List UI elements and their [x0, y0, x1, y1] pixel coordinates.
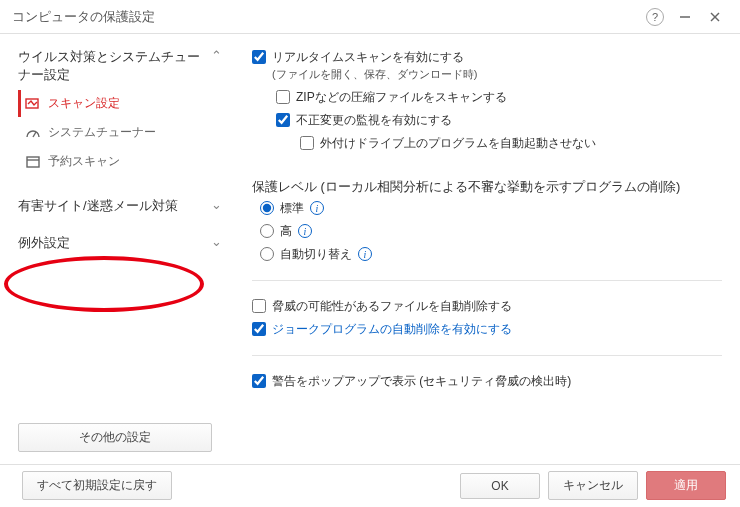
info-icon[interactable]: i [298, 224, 312, 238]
checkbox-label: 脅威の可能性があるファイルを自動削除する [272, 298, 512, 315]
chevron-down-icon: ⌄ [211, 234, 222, 249]
cancel-button[interactable]: キャンセル [548, 471, 638, 500]
ok-button[interactable]: OK [460, 473, 540, 499]
help-button[interactable]: ? [642, 4, 668, 30]
checkbox-realtime-scan[interactable]: リアルタイムスキャンを有効にする [252, 46, 722, 69]
scan-icon [24, 96, 42, 112]
sidebar-group-label: 有害サイト/迷惑メール対策 [18, 197, 205, 215]
close-button[interactable] [702, 4, 728, 30]
reset-defaults-button[interactable]: すべて初期設定に戻す [22, 471, 172, 500]
chevron-up-icon: ⌃ [211, 48, 222, 63]
info-icon[interactable]: i [358, 247, 372, 261]
gauge-icon [24, 125, 42, 141]
sidebar-item-label: システムチューナー [48, 124, 156, 141]
annotation-circle [4, 256, 204, 312]
checkbox-label: 外付けドライブ上のプログラムを自動起動させない [320, 135, 596, 152]
radio-label: 自動切り替え [280, 246, 352, 263]
checkbox-zip-scan[interactable]: ZIPなどの圧縮ファイルをスキャンする [252, 86, 722, 109]
radio-label: 標準 [280, 200, 304, 217]
svg-rect-5 [27, 157, 39, 167]
sidebar-group-virus[interactable]: ウイルス対策とシステムチューナー設定 ⌃ [18, 44, 222, 88]
checkbox-label: ジョークプログラムの自動削除を有効にする [272, 321, 512, 338]
minimize-button[interactable] [672, 4, 698, 30]
window-title: コンピュータの保護設定 [12, 8, 638, 26]
svg-line-4 [33, 132, 36, 137]
checkbox-auto-delete-threat[interactable]: 脅威の可能性があるファイルを自動削除する [252, 295, 722, 318]
radio-level-standard[interactable]: 標準 i [252, 197, 722, 220]
sidebar-group-label: ウイルス対策とシステムチューナー設定 [18, 48, 205, 84]
checkbox-label: リアルタイムスキャンを有効にする [272, 49, 464, 66]
checkbox-popup-warning[interactable]: 警告をポップアップで表示 (セキュリティ脅威の検出時) [252, 370, 722, 393]
apply-button[interactable]: 適用 [646, 471, 726, 500]
info-icon[interactable]: i [310, 201, 324, 215]
checkbox-label: 不正変更の監視を有効にする [296, 112, 452, 129]
radio-level-high[interactable]: 高 i [252, 220, 722, 243]
sidebar-item-scheduled-scan[interactable]: 予約スキャン [18, 148, 222, 175]
sidebar-item-scan-settings[interactable]: スキャン設定 [18, 90, 222, 117]
radio-level-auto[interactable]: 自動切り替え i [252, 243, 722, 266]
sidebar: ウイルス対策とシステムチューナー設定 ⌃ スキャン設定 システムチューナー 予約… [0, 34, 230, 464]
divider [252, 355, 722, 356]
sidebar-item-system-tuner[interactable]: システムチューナー [18, 119, 222, 146]
checkbox-label: ZIPなどの圧縮ファイルをスキャンする [296, 89, 507, 106]
realtime-sublabel: (ファイルを開く、保存、ダウンロード時) [272, 67, 722, 82]
sidebar-item-label: 予約スキャン [48, 153, 120, 170]
checkbox-external-autorun[interactable]: 外付けドライブ上のプログラムを自動起動させない [252, 132, 722, 155]
checkbox-tamper-monitor[interactable]: 不正変更の監視を有効にする [252, 109, 722, 132]
other-settings-button[interactable]: その他の設定 [18, 423, 212, 452]
divider [252, 280, 722, 281]
checkbox-auto-delete-joke[interactable]: ジョークプログラムの自動削除を有効にする [252, 318, 722, 341]
calendar-icon [24, 154, 42, 170]
protection-level-heading: 保護レベル (ローカル相関分析による不審な挙動を示すプログラムの削除) [252, 177, 722, 197]
checkbox-label: 警告をポップアップで表示 (セキュリティ脅威の検出時) [272, 373, 571, 390]
chevron-down-icon: ⌄ [211, 197, 222, 212]
sidebar-group-label: 例外設定 [18, 234, 205, 252]
radio-label: 高 [280, 223, 292, 240]
main-content: リアルタイムスキャンを有効にする (ファイルを開く、保存、ダウンロード時) ZI… [230, 34, 740, 464]
sidebar-group-exceptions[interactable]: 例外設定 ⌄ [18, 230, 222, 256]
sidebar-item-label: スキャン設定 [48, 95, 120, 112]
sidebar-group-harmful[interactable]: 有害サイト/迷惑メール対策 ⌄ [18, 193, 222, 219]
